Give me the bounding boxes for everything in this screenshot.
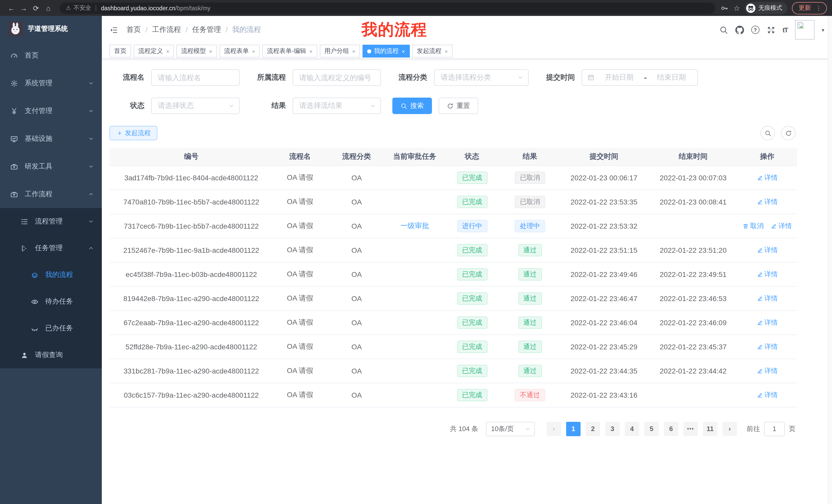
close-icon[interactable]: × xyxy=(309,48,313,54)
table-row[interactable]: 819442e8-7b9a-11ec-a290-acde48001122 OA … xyxy=(109,286,797,310)
sidebar-item-leave-query[interactable]: 请假查询 xyxy=(0,342,102,368)
breadcrumb-item[interactable]: 工作流程 xyxy=(152,25,181,34)
page-button-3[interactable]: 3 xyxy=(605,422,620,436)
tab-user-group[interactable]: 用户分组 × xyxy=(320,45,360,58)
page-ellipsis[interactable]: ••• xyxy=(683,422,698,436)
address-bar[interactable]: ⚠ 不安全 dashboard.yudao.iocoder.cn/bpm/tas… xyxy=(60,2,716,13)
page-button-2[interactable]: 2 xyxy=(586,422,600,436)
table-row[interactable]: 331bc281-7b9a-11ec-a290-acde48001122 OA … xyxy=(109,359,797,383)
toggle-search-button[interactable] xyxy=(760,126,775,140)
reset-button[interactable]: 重置 xyxy=(439,97,478,114)
app-logo[interactable]: 芋道管理系统 xyxy=(0,16,102,41)
cell-status: 进行中 xyxy=(443,214,501,238)
table-row[interactable]: 03c6c157-7b9a-11ec-a290-acde48001122 OA … xyxy=(109,383,797,407)
sidebar-item-my-process[interactable]: 我的流程 xyxy=(0,261,102,288)
refresh-table-button[interactable] xyxy=(781,126,796,140)
sidebar-item-system[interactable]: 系统管理 xyxy=(0,69,102,97)
avatar-caret-icon[interactable]: ▾ xyxy=(822,27,824,33)
page-button-1[interactable]: 1 xyxy=(566,422,580,436)
goto-page-input[interactable] xyxy=(764,422,785,436)
page-button-4[interactable]: 4 xyxy=(625,422,639,436)
table-row[interactable]: 7470a810-7b9b-11ec-b5b7-acde48001122 OA … xyxy=(109,190,797,214)
tab-home[interactable]: 首页 xyxy=(109,45,131,58)
detail-action[interactable]: 详情 xyxy=(757,245,778,255)
sidebar-item-dev-tools[interactable]: 研发工具 xyxy=(0,152,102,180)
breadcrumb-item[interactable]: 首页 xyxy=(127,25,141,34)
detail-action[interactable]: 详情 xyxy=(757,390,778,399)
table-row[interactable]: 67c2eaab-7b9a-11ec-a290-acde48001122 OA … xyxy=(109,310,797,334)
page-button-6[interactable]: 6 xyxy=(664,422,678,436)
process-name-input[interactable] xyxy=(151,69,240,86)
cell-process-name: OA 请假 xyxy=(273,383,327,407)
page-button-5[interactable]: 5 xyxy=(644,422,659,436)
table-row[interactable]: 7317cec6-7b9b-11ec-b5b7-acde48001122 OA … xyxy=(109,214,797,238)
github-icon[interactable] xyxy=(735,25,744,34)
close-icon[interactable]: × xyxy=(352,48,356,54)
tab-process-model[interactable]: 流程模型 × xyxy=(177,45,217,58)
detail-action[interactable]: 详情 xyxy=(757,173,778,182)
page-size-select[interactable]: 10条/页 xyxy=(486,422,535,436)
process-definition-input[interactable] xyxy=(293,69,381,86)
bookmark-star-icon[interactable]: ☆ xyxy=(733,4,740,12)
close-icon[interactable]: × xyxy=(209,48,212,54)
tab-my-process[interactable]: 我的流程 × xyxy=(363,45,410,58)
detail-action[interactable]: 详情 xyxy=(757,293,778,303)
table-row[interactable]: 3ad174fb-7b9d-11ec-8404-acde48001122 OA … xyxy=(109,165,797,190)
table-row[interactable]: ec45f38f-7b9a-11ec-b03b-acde48001122 OA … xyxy=(109,262,797,286)
sidebar-item-payment[interactable]: 支付管理 xyxy=(0,97,102,125)
sidebar-item-process-mgmt[interactable]: 流程管理 xyxy=(0,208,102,235)
home-icon[interactable]: ⌂ xyxy=(42,2,54,14)
detail-action[interactable]: 详情 xyxy=(757,366,778,375)
sidebar-item-home[interactable]: 首页 xyxy=(0,41,102,69)
yen-icon xyxy=(10,107,18,115)
font-size-icon[interactable]: tT xyxy=(782,26,788,34)
forward-icon[interactable]: → xyxy=(18,2,30,14)
close-icon[interactable]: × xyxy=(252,48,255,54)
breadcrumb-item[interactable]: 任务管理 xyxy=(192,25,221,34)
back-icon[interactable]: ← xyxy=(5,2,18,14)
fullscreen-icon[interactable] xyxy=(766,25,775,34)
status-select[interactable]: 请选择状态 xyxy=(151,97,240,114)
page-button-11[interactable]: 11 xyxy=(703,422,717,436)
result-select[interactable]: 请选择流结果 xyxy=(293,97,381,114)
password-key-icon[interactable] xyxy=(721,4,729,12)
prev-page-button[interactable]: ‹ xyxy=(547,422,561,436)
sidebar-item-done-tasks[interactable]: 已办任务 xyxy=(0,315,102,342)
detail-action[interactable]: 详情 xyxy=(757,197,778,206)
hamburger-icon[interactable] xyxy=(109,25,118,34)
sidebar-item-infrastructure[interactable]: 基础设施 xyxy=(0,125,102,152)
avatar[interactable] xyxy=(795,20,814,39)
close-icon[interactable]: × xyxy=(401,48,405,54)
search-icon[interactable] xyxy=(719,25,728,34)
detail-action[interactable]: 详情 xyxy=(771,221,792,230)
tab-start-process[interactable]: 发起流程 × xyxy=(412,45,452,58)
detail-action[interactable]: 详情 xyxy=(757,318,778,327)
tab-process-form-edit[interactable]: 流程表单-编辑 × xyxy=(262,45,317,58)
table-row[interactable]: 52ffd28e-7b9a-11ec-a290-acde48001122 OA … xyxy=(109,334,797,359)
table-row[interactable]: 2152467e-7b9b-11ec-9a1b-acde48001122 OA … xyxy=(109,238,797,262)
tab-process-definition[interactable]: 流程定义 × xyxy=(134,45,174,58)
start-process-button[interactable]: ＋ 发起流程 xyxy=(109,126,157,140)
current-task-link[interactable]: 一级审批 xyxy=(400,221,429,229)
close-icon[interactable]: × xyxy=(445,48,448,54)
tab-process-form[interactable]: 流程表单 × xyxy=(219,45,260,58)
sidebar-item-workflow[interactable]: 工作流程 xyxy=(0,180,102,208)
sidebar-item-todo-tasks[interactable]: 待办任务 xyxy=(0,288,102,315)
cell-current-task xyxy=(386,334,443,359)
submit-time-range-picker[interactable]: 开始日期 - 结束日期 xyxy=(581,69,698,86)
reload-icon[interactable]: ⟳ xyxy=(30,2,42,14)
detail-action[interactable]: 详情 xyxy=(757,270,778,279)
cancel-action[interactable]: 取消 xyxy=(743,221,763,230)
search-button[interactable]: 搜索 xyxy=(392,97,432,114)
process-category-select[interactable]: 请选择流程分类 xyxy=(434,69,529,86)
next-page-button[interactable]: › xyxy=(723,422,737,436)
browser-update-button[interactable]: 更新 ⋮ xyxy=(792,2,827,14)
browser-menu-icon[interactable]: ⋮ xyxy=(815,4,822,11)
page-scrollbar[interactable] xyxy=(828,16,832,504)
sidebar-item-task-mgmt[interactable]: 任务管理 xyxy=(0,235,102,261)
table-body: 3ad174fb-7b9d-11ec-8404-acde48001122 OA … xyxy=(109,165,797,407)
close-icon[interactable]: × xyxy=(166,48,170,54)
eye-closed-icon xyxy=(31,325,38,332)
detail-action[interactable]: 详情 xyxy=(757,342,778,351)
help-icon[interactable]: ? xyxy=(751,26,759,34)
